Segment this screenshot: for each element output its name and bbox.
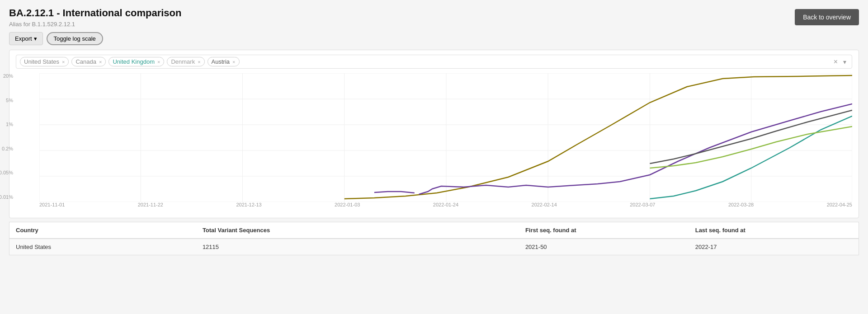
line-united-states	[344, 75, 852, 199]
cell-first-seq: 2021-50	[519, 239, 689, 255]
header-row: BA.2.12.1 - International comparison Ali…	[9, 7, 859, 28]
chart-wrapper: 20% 5% 1% 0.2% 0.05% 0.01%	[16, 73, 852, 213]
tag-united-states: United States ×	[20, 57, 69, 66]
y-label-005: 0.05%	[0, 170, 15, 175]
table-header-row: Country Total Variant Sequences First se…	[9, 222, 859, 239]
filter-dropdown-button[interactable]: ▾	[841, 58, 848, 66]
tag-austria-close[interactable]: ×	[232, 59, 235, 65]
y-axis: 20% 5% 1% 0.2% 0.05% 0.01%	[0, 73, 15, 200]
x-label-0: 2021-11-01	[39, 202, 65, 213]
cell-sequences: 12115	[196, 239, 519, 255]
page-subtitle: Alias for B.1.1.529.2.12.1	[9, 21, 181, 28]
y-label-5: 5%	[6, 98, 15, 103]
x-label-7: 2022-03-28	[728, 202, 754, 213]
col-header-last: Last seq. found at	[689, 222, 859, 239]
export-label: Export	[15, 35, 32, 42]
filter-tags: United States × Canada × United Kingdom …	[20, 57, 830, 66]
tag-united-kingdom: United Kingdom ×	[108, 57, 164, 66]
tag-us-close[interactable]: ×	[62, 59, 65, 65]
x-axis: 2021-11-01 2021-11-22 2021-12-13 2022-01…	[39, 202, 852, 213]
chart-svg	[39, 73, 852, 202]
export-chevron-icon: ▾	[34, 35, 37, 42]
page-title: BA.2.12.1 - International comparison	[9, 7, 181, 19]
y-label-02: 0.2%	[2, 146, 15, 151]
toggle-log-scale-button[interactable]: Toggle log scale	[47, 32, 103, 45]
tag-uk-label: United Kingdom	[113, 58, 155, 65]
page-container: BA.2.12.1 - International comparison Ali…	[0, 0, 868, 314]
chart-area: 2021-11-01 2021-11-22 2021-12-13 2022-01…	[39, 73, 852, 213]
tag-denmark-label: Denmark	[171, 58, 195, 65]
tag-uk-close[interactable]: ×	[157, 59, 160, 65]
y-label-1: 1%	[6, 122, 15, 127]
cell-last-seq: 2022-17	[689, 239, 859, 255]
line-canada-early	[374, 192, 415, 193]
x-label-8: 2022-04-25	[827, 202, 852, 213]
tag-us-label: United States	[24, 58, 59, 65]
title-block: BA.2.12.1 - International comparison Ali…	[9, 7, 181, 28]
cell-country: United States	[9, 239, 196, 255]
tag-canada-close[interactable]: ×	[99, 59, 102, 65]
x-label-5: 2022-02-14	[532, 202, 557, 213]
tag-austria: Austria ×	[208, 57, 240, 66]
x-label-3: 2022-01-03	[335, 202, 360, 213]
filter-controls: × ▾	[832, 58, 848, 66]
back-to-overview-button[interactable]: Back to overview	[795, 9, 859, 25]
y-label-001: 0.01%	[0, 194, 15, 200]
filter-clear-button[interactable]: ×	[832, 58, 840, 66]
tag-denmark-close[interactable]: ×	[198, 59, 200, 65]
chart-panel: United States × Canada × United Kingdom …	[9, 50, 859, 218]
table-row: United States 12115 2021-50 2022-17	[9, 239, 859, 255]
col-header-sequences: Total Variant Sequences	[196, 222, 519, 239]
y-label-20: 20%	[3, 73, 15, 79]
tag-canada-label: Canada	[75, 58, 96, 65]
tag-austria-label: Austria	[212, 58, 230, 65]
filter-row: United States × Canada × United Kingdom …	[16, 55, 852, 69]
export-button[interactable]: Export ▾	[9, 32, 43, 45]
tag-canada: Canada ×	[71, 57, 106, 66]
x-label-6: 2022-03-07	[630, 202, 655, 213]
tag-denmark: Denmark ×	[167, 57, 204, 66]
table-body: United States 12115 2021-50 2022-17	[9, 239, 859, 255]
x-label-2: 2021-12-13	[236, 202, 261, 213]
x-label-1: 2021-11-22	[138, 202, 163, 213]
col-header-first: First seq. found at	[519, 222, 689, 239]
toolbar: Export ▾ Toggle log scale	[9, 32, 859, 45]
x-label-4: 2022-01-24	[433, 202, 458, 213]
data-table: Country Total Variant Sequences First se…	[9, 222, 859, 255]
col-header-country: Country	[9, 222, 196, 239]
